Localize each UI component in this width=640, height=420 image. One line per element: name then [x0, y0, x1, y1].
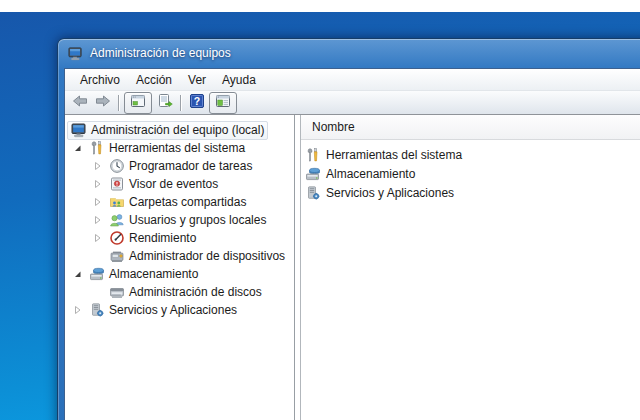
tree-item[interactable]: Usuarios y grupos locales — [65, 211, 294, 229]
tree-item-label: Servicios y Aplicaciones — [109, 303, 237, 317]
console-tree: Administración del equipo (local)Herrami… — [65, 115, 295, 420]
tree-item[interactable]: Administración de discos — [65, 283, 294, 301]
screen: Administración de equipos ArchivoAcciónV… — [0, 0, 640, 420]
performance-icon — [109, 230, 125, 246]
tree-item-label: Administrador de dispositivos — [129, 249, 285, 263]
tree-item-content[interactable]: Usuarios y grupos locales — [105, 211, 270, 230]
export-list-button[interactable] — [153, 93, 176, 113]
tree-item-selected[interactable]: Administración del equipo (local) — [67, 121, 268, 140]
tree-item-label: Visor de eventos — [129, 177, 218, 191]
list-item-label: Servicios y Aplicaciones — [326, 186, 454, 200]
list-item[interactable]: Almacenamiento — [301, 164, 640, 183]
menu-item-accion[interactable]: Acción — [128, 71, 180, 89]
expand-arrow-icon[interactable] — [91, 195, 105, 209]
tree-item[interactable]: Administrador de dispositivos — [65, 247, 294, 265]
tree-item[interactable]: Programador de tareas — [65, 157, 294, 175]
column-header-name[interactable]: Nombre — [301, 115, 640, 140]
expand-arrow-icon[interactable] — [71, 303, 85, 317]
menubar: ArchivoAcciónVerAyuda — [65, 69, 640, 91]
window-body: ArchivoAcciónVerAyuda ? Administración d… — [64, 68, 640, 420]
tree-item-content[interactable]: Servicios y Aplicaciones — [85, 301, 241, 320]
forward-icon — [93, 93, 113, 113]
toolbar-separator — [180, 95, 181, 111]
top-strip — [0, 0, 640, 12]
back-button[interactable] — [68, 93, 91, 113]
tree-item-label: Herramientas del sistema — [109, 141, 245, 155]
tree-item[interactable]: Administración del equipo (local) — [65, 121, 294, 139]
computer-icon — [71, 122, 87, 138]
help-icon: ? — [189, 93, 205, 113]
list-item[interactable]: Servicios y Aplicaciones — [301, 183, 640, 202]
titlebar[interactable]: Administración de equipos — [58, 39, 640, 67]
tree-item-content[interactable]: Carpetas compartidas — [105, 193, 250, 212]
expand-arrow-icon[interactable] — [91, 213, 105, 227]
services-icon — [89, 302, 105, 318]
window-app-icon — [68, 46, 83, 61]
services-icon — [305, 185, 321, 201]
list-item-label: Herramientas del sistema — [326, 148, 462, 162]
menu-item-ver[interactable]: Ver — [180, 71, 214, 89]
expander-placeholder — [91, 249, 105, 263]
tree-item[interactable]: Visor de eventos — [65, 175, 294, 193]
tree-item-label: Administración del equipo (local) — [91, 123, 264, 137]
expander-placeholder — [91, 285, 105, 299]
expand-arrow-icon[interactable] — [91, 159, 105, 173]
tree-item[interactable]: Servicios y Aplicaciones — [65, 301, 294, 319]
devices-icon — [109, 248, 125, 264]
storage-icon — [89, 266, 105, 282]
forward-button[interactable] — [91, 93, 114, 113]
tree-item-content[interactable]: Programador de tareas — [105, 157, 256, 176]
disk-icon — [109, 284, 125, 300]
clock-icon — [109, 158, 125, 174]
show-hide-console-tree-icon — [215, 93, 231, 113]
tree-item-content[interactable]: Rendimiento — [105, 229, 200, 248]
tree-item[interactable]: Rendimiento — [65, 229, 294, 247]
list-item-label: Almacenamiento — [326, 167, 415, 181]
tree-item-content[interactable]: Administración de discos — [105, 283, 266, 302]
details-list: Herramientas del sistemaAlmacenamientoSe… — [301, 140, 640, 202]
storage-icon — [305, 166, 321, 182]
tree-item-label: Administración de discos — [129, 285, 262, 299]
toolbar: ? — [65, 91, 640, 115]
tree-item-label: Rendimiento — [129, 231, 196, 245]
tree-item-label: Usuarios y grupos locales — [129, 213, 266, 227]
menu-item-archivo[interactable]: Archivo — [72, 71, 128, 89]
details-pane: Nombre Herramientas del sistemaAlmacenam… — [300, 115, 640, 420]
tree-item-content[interactable]: Herramientas del sistema — [85, 139, 249, 158]
events-icon — [109, 176, 125, 192]
content-area: Administración del equipo (local)Herrami… — [65, 115, 640, 420]
shared-folders-icon — [109, 194, 125, 210]
tree-item-content[interactable]: Almacenamiento — [85, 265, 202, 284]
window-title: Administración de equipos — [90, 46, 231, 60]
help-button[interactable]: ? — [185, 93, 208, 113]
console-window-icon — [130, 93, 146, 113]
users-icon — [109, 212, 125, 228]
tree-item-label: Almacenamiento — [109, 267, 198, 281]
tree-item[interactable]: Almacenamiento — [65, 265, 294, 283]
tree-item-label: Carpetas compartidas — [129, 195, 246, 209]
tools-icon — [89, 140, 105, 156]
collapse-arrow-icon[interactable] — [71, 141, 85, 155]
tools-icon — [305, 147, 321, 163]
tree-item-content[interactable]: Administrador de dispositivos — [105, 247, 289, 266]
tree-item-label: Programador de tareas — [129, 159, 252, 173]
toolbar-separator — [118, 95, 119, 111]
export-list-icon — [157, 93, 173, 113]
computer-management-window: Administración de equipos ArchivoAcciónV… — [57, 38, 640, 420]
svg-text:?: ? — [193, 95, 199, 107]
back-icon — [70, 93, 90, 113]
console-window-button[interactable] — [124, 92, 152, 114]
collapse-arrow-icon[interactable] — [71, 267, 85, 281]
tree-item-content[interactable]: Visor de eventos — [105, 175, 222, 194]
expand-arrow-icon[interactable] — [91, 231, 105, 245]
tree-item[interactable]: Herramientas del sistema — [65, 139, 294, 157]
menu-item-ayuda[interactable]: Ayuda — [214, 71, 264, 89]
show-hide-console-tree-button[interactable] — [209, 92, 237, 114]
list-item[interactable]: Herramientas del sistema — [301, 145, 640, 164]
tree-item[interactable]: Carpetas compartidas — [65, 193, 294, 211]
expand-arrow-icon[interactable] — [91, 177, 105, 191]
